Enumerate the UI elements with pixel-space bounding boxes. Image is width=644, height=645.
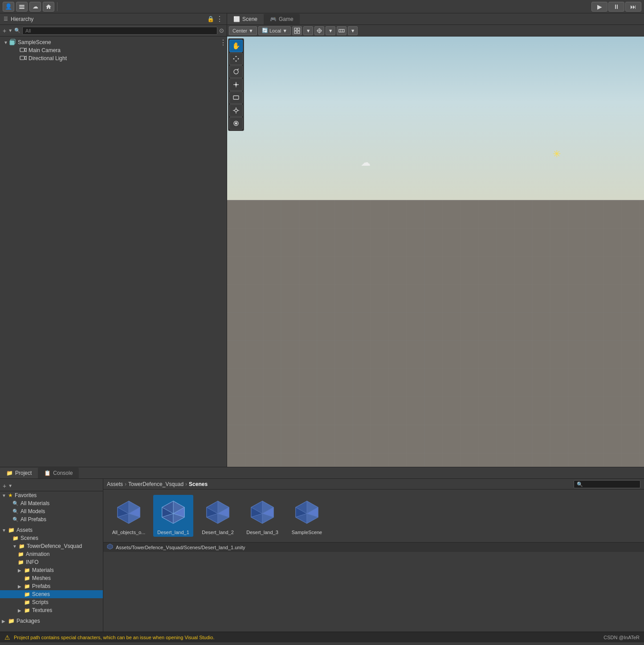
scenes-top-label: Scenes (20, 535, 38, 541)
scene-tab-scene[interactable]: ⬜ Scene (227, 14, 264, 24)
animation-item[interactable]: 📁 Animation (0, 550, 103, 558)
account-btn[interactable]: 👤 (3, 2, 14, 12)
favorites-header[interactable]: ▼ ★ Favorites (0, 491, 103, 499)
asset-item-1[interactable]: Desert_land_1 (153, 495, 193, 537)
packages-arrow: ▶ (2, 619, 8, 624)
all-prefabs-item[interactable]: 🔍 All Prefabs (0, 515, 103, 523)
transform-tool-btn[interactable] (229, 104, 243, 117)
local-btn[interactable]: 🔄 Local ▼ (258, 26, 291, 35)
project-tab[interactable]: 📁 Project (0, 468, 38, 478)
all-prefabs-icon: 🔍 (12, 517, 19, 523)
breadcrumb-item-scenes[interactable]: Scenes (189, 481, 208, 487)
asset-item-4[interactable]: SampleScene (287, 495, 327, 537)
asset-icon-2 (202, 497, 233, 528)
grid-dropdown-2[interactable]: ▼ (326, 26, 335, 35)
svg-rect-0 (19, 5, 24, 6)
game-tab-icon: 🎮 (270, 16, 277, 22)
asset-icon-1 (158, 497, 189, 528)
move-tool-btn[interactable] (229, 53, 243, 65)
hierarchy-light-item[interactable]: Directional Light (0, 54, 227, 62)
hand-tool-btn[interactable]: ✋ (229, 40, 243, 52)
hierarchy-search-input[interactable] (22, 27, 217, 35)
hierarchy-lock-icon[interactable]: 🔒 (207, 16, 214, 22)
materials-item[interactable]: ▶ 📁 Materials (0, 566, 103, 574)
svg-rect-2 (19, 8, 24, 9)
svg-rect-27 (233, 96, 239, 99)
hierarchy-scene-item[interactable]: ▼ SampleScene ⋮ (0, 38, 227, 46)
hierarchy-header: ☰ Hierarchy 🔒 ⋮ (0, 13, 227, 25)
scenes-inner-item[interactable]: 📁 Scenes (0, 590, 103, 598)
breadcrumb-item-tower[interactable]: TowerDefence_Vsquad (128, 481, 183, 487)
project-arrow-btn[interactable]: ▼ (8, 483, 12, 488)
content-search-input[interactable] (574, 480, 640, 488)
breadcrumb-item-assets[interactable]: Assets (107, 481, 123, 487)
svg-point-21 (234, 69, 238, 74)
assets-header[interactable]: ▼ 📁 Assets (0, 526, 103, 534)
textures-arrow: ▶ (18, 608, 24, 613)
prefabs-arrow: ▶ (18, 584, 24, 589)
step-button[interactable]: ⏭ (625, 2, 641, 12)
scene-tabs: ⬜ Scene 🎮 Game (227, 13, 644, 25)
hierarchy-panel: ☰ Hierarchy 🔒 ⋮ + ▼ 🔍 ⊙ ▼ (0, 13, 227, 467)
textures-item[interactable]: ▶ 📁 Textures (0, 606, 103, 614)
project-add-btn[interactable]: + (3, 482, 6, 490)
asset-item-3[interactable]: Desert_land_3 (242, 495, 282, 537)
info-item[interactable]: 📁 INFO (0, 558, 103, 566)
svg-marker-8 (24, 56, 26, 60)
asset-item-0[interactable]: All_objects_o... (109, 495, 149, 537)
console-tab[interactable]: 📋 Console (38, 468, 79, 478)
scripts-item[interactable]: 📁 Scripts (0, 598, 103, 606)
scripts-folder-icon: 📁 (24, 600, 30, 605)
hierarchy-content: ▼ SampleScene ⋮ (0, 37, 227, 467)
content-toolbar: Assets › TowerDefence_Vsquad › Scenes (103, 479, 644, 490)
scale-tool-btn[interactable] (229, 78, 243, 91)
hierarchy-search-extra[interactable]: ⊙ (219, 27, 224, 34)
cloud-btn[interactable]: ☁ (29, 2, 41, 12)
rect-tool-btn[interactable] (229, 91, 243, 104)
svg-marker-70 (107, 544, 113, 549)
hierarchy-search-icon: 🔍 (14, 28, 20, 33)
all-models-item[interactable]: 🔍 All Models (0, 507, 103, 515)
hierarchy-arrow-btn[interactable]: ▼ (8, 28, 12, 33)
assets-folder-icon: 📁 (8, 527, 15, 533)
hierarchy-camera-item[interactable]: Main Camera (0, 46, 227, 54)
hierarchy-more-icon[interactable]: ⋮ (216, 15, 223, 23)
asset-item-2[interactable]: Desert_land_2 (198, 495, 238, 537)
pause-button[interactable]: ⏸ (608, 2, 624, 12)
grid-btn-1[interactable] (292, 26, 302, 35)
bottom-tabs: 📁 Project 📋 Console (0, 467, 644, 479)
console-tab-label: Console (53, 470, 73, 476)
hierarchy-add-btn[interactable]: + (3, 27, 6, 34)
home-btn[interactable] (43, 2, 54, 12)
favorites-label: Favorites (15, 492, 37, 498)
console-tab-icon: 📋 (44, 470, 51, 476)
toolbar-sep-1 (57, 2, 57, 11)
viewport-cloud: ☁ (361, 157, 371, 168)
meshes-item[interactable]: 📁 Meshes (0, 574, 103, 582)
csdn-label: CSDN @InATeR (603, 635, 640, 640)
scene-viewport: ✋ ☁ (227, 37, 644, 467)
center-btn[interactable]: Center ▼ (229, 26, 257, 35)
scene-more-icon[interactable]: ⋮ (220, 38, 227, 47)
custom-tool-btn[interactable] (229, 117, 243, 130)
grid-btn-3[interactable] (337, 26, 346, 35)
packages-label: Packages (16, 618, 40, 624)
grid-dropdown-3[interactable]: ▼ (348, 26, 358, 35)
scene-tab-game[interactable]: 🎮 Game (264, 14, 300, 24)
prefabs-item[interactable]: ▶ 📁 Prefabs (0, 582, 103, 590)
camera-label: Main Camera (29, 47, 61, 53)
rotate-tool-btn[interactable] (229, 65, 243, 78)
textures-folder-icon: 📁 (24, 608, 30, 613)
play-button[interactable]: ▶ (591, 2, 607, 12)
svg-rect-1 (19, 6, 24, 7)
grid-btn-2[interactable] (314, 26, 324, 35)
local-icon: 🔄 (262, 28, 268, 33)
svg-rect-22 (235, 84, 237, 86)
packages-header[interactable]: ▶ 📁 Packages (0, 617, 103, 625)
grid-dropdown-1[interactable]: ▼ (303, 26, 313, 35)
scenes-top-item[interactable]: 📁 Scenes (0, 534, 103, 542)
all-materials-item[interactable]: 🔍 All Materials (0, 499, 103, 507)
towerdefence-item[interactable]: ▼ 📁 TowerDefence_Vsquad (0, 542, 103, 550)
towerdefence-folder-icon: 📁 (19, 543, 25, 549)
layers-btn[interactable] (16, 2, 28, 12)
